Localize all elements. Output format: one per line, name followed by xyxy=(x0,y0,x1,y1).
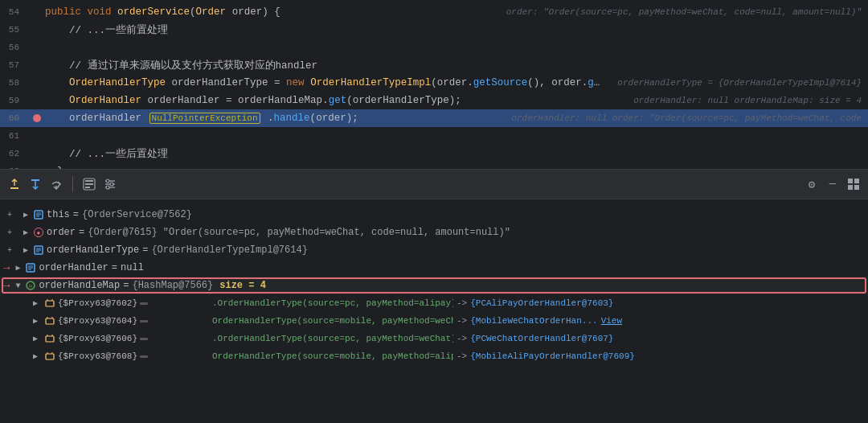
line-number: 58 xyxy=(0,78,29,88)
minimize-button[interactable]: ─ xyxy=(825,176,841,192)
svg-point-10 xyxy=(110,183,113,186)
variables-header xyxy=(0,199,868,206)
line-number: 63 xyxy=(0,166,29,169)
code-line-63: 63 } xyxy=(0,162,868,169)
entry2-mid: ​OrderHandlerType(source=mobile, payMeth… xyxy=(212,316,453,326)
entry2-arrow: -> xyxy=(457,316,467,326)
view-link-entry2[interactable]: View xyxy=(601,316,622,326)
expand-entry1[interactable]: ▶ xyxy=(29,297,42,310)
triangle-order[interactable]: ▶ xyxy=(19,226,32,239)
code-line-61: 61 xyxy=(0,127,868,145)
debugger-toolbar: ⚙ ─ xyxy=(0,169,868,199)
var-value-orderhandler: null xyxy=(121,262,144,273)
line-content: // ...一些前置处理 xyxy=(45,23,862,37)
var-item-this[interactable]: + ▶ this = {OrderService@7562} xyxy=(0,206,868,224)
svg-rect-39 xyxy=(46,354,54,359)
svg-point-9 xyxy=(106,179,109,183)
svg-rect-15 xyxy=(854,185,859,190)
line-hint: order: "Order(source=pc, payMethod=weCha… xyxy=(493,7,862,17)
expand-icon-order[interactable]: + xyxy=(3,226,16,239)
toolbar-right: ⚙ ─ xyxy=(804,176,862,192)
line-content: OrderHandlerType orderHandlerType = new … xyxy=(45,77,604,88)
svg-rect-13 xyxy=(854,179,859,183)
settings-button[interactable] xyxy=(102,176,118,192)
map-entries: ▶ {$Proxy63@7602} ​.OrderHandlerType(sou… xyxy=(0,294,868,365)
var-item-orderhandlertype[interactable]: + ▶ orderHandlerType = {OrderHandlerType… xyxy=(0,241,868,259)
map-entry-2[interactable]: ▶ {$Proxy63@7604} ​OrderHandlerType(sour… xyxy=(0,312,868,330)
var-icon-this xyxy=(32,208,45,221)
line-content: // ...一些后置处理 xyxy=(45,147,862,161)
svg-rect-1 xyxy=(31,179,39,181)
gear-button[interactable]: ⚙ xyxy=(804,176,820,192)
svg-point-11 xyxy=(106,186,109,189)
expand-icon-this[interactable]: + xyxy=(3,208,16,221)
svg-rect-30 xyxy=(46,301,54,306)
var-item-order[interactable]: + ▶ ● order = {Order@7615} "Order(source… xyxy=(0,224,868,241)
line-content: public void orderService(Order order) { xyxy=(45,6,493,18)
line-gutter xyxy=(29,114,45,122)
line-content: OrderHandler orderHandler = orderHandleM… xyxy=(45,95,620,106)
var-name-this: this xyxy=(47,209,70,220)
line-number: 60 xyxy=(0,113,29,123)
line-number: 56 xyxy=(0,43,29,52)
expand-entry3[interactable]: ▶ xyxy=(29,332,42,345)
code-line-56: 56 xyxy=(0,39,868,56)
code-line-62: 62 // ...一些后置处理 xyxy=(0,145,868,162)
entry4-icon xyxy=(43,350,56,363)
triangle-this[interactable]: ▶ xyxy=(19,208,32,221)
triangle-orderhandlertype[interactable]: ▶ xyxy=(19,244,32,257)
code-line-60: 60 orderHandler NullPointerException .ha… xyxy=(0,109,868,127)
map-entry-1[interactable]: ▶ {$Proxy63@7602} ​.OrderHandlerType(sou… xyxy=(0,294,868,312)
step-over-button[interactable] xyxy=(48,176,64,192)
var-icon-orderhandler xyxy=(24,261,37,274)
minimize-icon: ─ xyxy=(829,178,836,191)
entry1-placeholder xyxy=(140,302,148,305)
arrow-indicator-map: → xyxy=(3,279,10,292)
line-number: 61 xyxy=(0,131,29,141)
line-number: 59 xyxy=(0,96,29,105)
svg-rect-4 xyxy=(85,183,93,185)
var-name-orderhandler: orderHandler xyxy=(39,262,108,273)
variable-list: + ▶ this = {OrderService@7562} + ▶ ● ord… xyxy=(0,206,868,423)
entry2-key: {$Proxy63@7604} xyxy=(58,316,137,326)
var-value-this: {OrderService@7562} xyxy=(82,209,192,220)
svg-rect-3 xyxy=(85,180,93,182)
code-line-58: 58 OrderHandlerType orderHandlerType = n… xyxy=(0,74,868,92)
expand-entry4[interactable]: ▶ xyxy=(29,350,42,363)
svg-rect-14 xyxy=(848,185,853,190)
var-item-orderhandler[interactable]: → ▶ orderHandler = null xyxy=(0,259,868,277)
svg-rect-33 xyxy=(46,318,54,324)
var-name-orderhandlertype: orderHandlerType xyxy=(47,244,139,256)
entry2-icon xyxy=(43,314,56,327)
line-content: } xyxy=(45,166,862,169)
code-editor: 54public void orderService(Order order) … xyxy=(0,0,868,169)
triangle-orderhandler[interactable]: ▶ xyxy=(11,261,24,274)
map-entry-3[interactable]: ▶ {$Proxy63@7606} ​.OrderHandlerType(sou… xyxy=(0,330,868,347)
var-item-orderhandlemap[interactable]: → ▼ ∞ orderHandleMap = {HashMap@7566} si… xyxy=(0,277,868,294)
triangle-map[interactable]: ▼ xyxy=(11,279,24,292)
map-entry-4[interactable]: ▶ {$Proxy63@7608} ​OrderHandlerType(sour… xyxy=(0,347,868,365)
var-size-badge-map: size = 4 xyxy=(219,280,266,291)
orderhandlemap-container: → ▼ ∞ orderHandleMap = {HashMap@7566} si… xyxy=(0,277,868,294)
svg-rect-5 xyxy=(85,187,90,188)
expand-icon-orderhandlertype[interactable]: + xyxy=(3,244,16,257)
layout-button[interactable] xyxy=(845,176,862,192)
var-icon-orderhandlertype xyxy=(32,244,45,257)
code-line-57: 57 // 通过订单来源确以及支付方式获取对应的handler xyxy=(0,56,868,74)
svg-rect-12 xyxy=(848,179,853,183)
entry1-mid: ​.OrderHandlerType(source=pc, payMethod=… xyxy=(212,298,453,308)
entry4-mid: ​OrderHandlerType(source=mobile, payMeth… xyxy=(212,351,453,361)
line-hint: orderHandlerType = {OrderHandlerTypeImpl… xyxy=(604,78,862,88)
var-value-orderhandlemap: {HashMap@7566} xyxy=(132,280,213,291)
entry1-icon xyxy=(43,297,56,310)
line-number: 57 xyxy=(0,60,29,70)
entry4-arrow: -> xyxy=(457,351,467,361)
step-into-button[interactable] xyxy=(27,176,43,192)
step-out-button[interactable] xyxy=(6,176,23,192)
expand-entry2[interactable]: ▶ xyxy=(29,314,42,327)
arrow-indicator-orderhandler: → xyxy=(3,261,10,274)
entry3-handler: {PCWeChatOrderHandler@7607} xyxy=(470,334,613,343)
line-hint: orderHandler: null orderHandleMap: size … xyxy=(620,96,862,105)
line-number: 62 xyxy=(0,149,29,158)
view-breakpoints-button[interactable] xyxy=(81,176,97,192)
